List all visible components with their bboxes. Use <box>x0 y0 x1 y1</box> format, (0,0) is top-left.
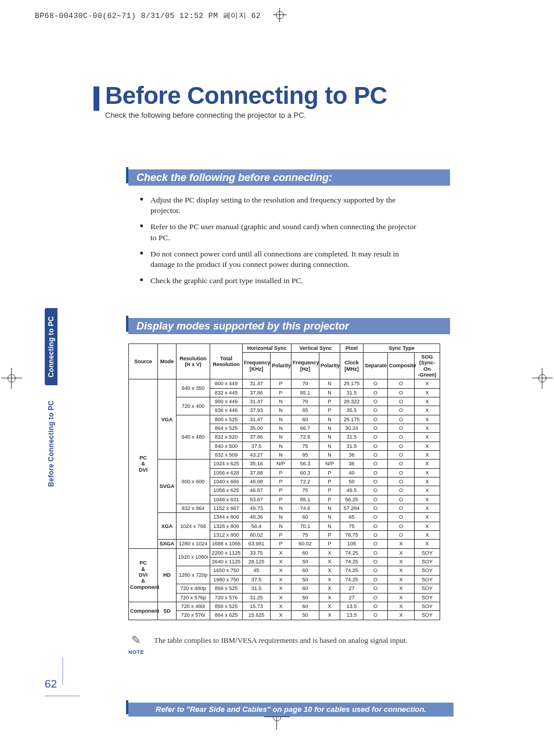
th-h-freq: Frequency [KHz] <box>243 352 271 379</box>
data-cell: O <box>388 460 415 468</box>
data-cell: 28.322 <box>340 397 364 406</box>
data-cell: O <box>364 379 388 388</box>
page-number: 62 <box>45 678 57 690</box>
data-cell: 25.175 <box>340 415 364 424</box>
data-cell: X <box>319 548 340 557</box>
data-cell: P <box>319 468 340 477</box>
th-mode: Mode <box>158 343 177 379</box>
data-cell: O <box>388 451 415 460</box>
data-cell: 27 <box>340 593 364 602</box>
side-tab-page: Before Connecting to PC <box>45 392 57 495</box>
note-label: NOTE <box>128 649 144 655</box>
data-cell: N <box>271 513 292 522</box>
data-cell: O <box>388 406 415 415</box>
data-cell: P <box>319 540 340 548</box>
th-horizontal-sync: Horizontal Sync <box>243 343 292 352</box>
data-cell: 108 <box>340 540 364 548</box>
note-text: The table complies to IBM/VESA requireme… <box>154 634 408 645</box>
list-item: Do not connect power cord until all conn… <box>140 249 420 270</box>
data-cell: SOY <box>415 602 440 610</box>
data-cell: X <box>319 593 340 602</box>
data-cell: 1344 x 806 <box>210 513 243 522</box>
data-cell: N <box>319 388 340 397</box>
data-cell: O <box>364 575 388 584</box>
data-cell: N <box>319 415 340 424</box>
data-cell: N <box>319 504 340 513</box>
data-cell: X <box>319 611 340 620</box>
data-cell: 85.1 <box>292 495 319 504</box>
data-cell: 31.5 <box>340 433 364 442</box>
data-cell: P <box>271 531 292 540</box>
data-cell: X <box>319 584 340 593</box>
data-cell: 13.5 <box>340 602 364 610</box>
data-cell: 74.25 <box>340 548 364 557</box>
registration-mark-right-icon <box>535 371 549 385</box>
mode-cell: SD <box>158 602 177 620</box>
data-cell: 85.1 <box>292 388 319 397</box>
data-cell: 1056 x 628 <box>210 468 243 477</box>
data-cell: 840 x 500 <box>210 442 243 450</box>
data-cell: X <box>271 548 292 557</box>
data-cell: P <box>271 540 292 548</box>
data-cell: P <box>319 406 340 415</box>
data-cell: P <box>271 379 292 388</box>
data-cell: 46.87 <box>243 486 271 495</box>
th-total-resolution: Total Resolution <box>210 343 243 379</box>
resolution-cell: 720 x 480i <box>177 602 210 610</box>
data-cell: X <box>415 504 440 513</box>
data-cell: 1650 x 750 <box>210 566 243 575</box>
data-cell: 31.5 <box>340 388 364 397</box>
data-cell: 1024 x 625 <box>210 460 243 468</box>
th-source: Source <box>129 343 158 379</box>
th-v-freq: Frequency [Hz] <box>292 352 319 379</box>
data-cell: X <box>319 566 340 575</box>
data-cell: N <box>319 433 340 442</box>
data-cell: X <box>415 486 440 495</box>
data-cell: 85 <box>292 451 319 460</box>
display-modes-table: Source Mode Resolution (H x V) Total Res… <box>128 343 440 620</box>
data-cell: 35.5 <box>340 406 364 415</box>
data-cell: 65 <box>340 513 364 522</box>
section-heading-check: Check the following before connecting: <box>128 169 450 186</box>
data-cell: X <box>415 451 440 460</box>
resolution-cell: 720 x 480p <box>177 584 210 593</box>
data-cell: 33.75 <box>243 548 271 557</box>
data-cell: O <box>364 540 388 548</box>
data-cell: 832 x 509 <box>210 451 243 460</box>
data-cell: 15.73 <box>243 602 271 610</box>
th-sog: SOG (Sync-On -Green) <box>415 352 440 379</box>
data-cell: N <box>271 522 292 530</box>
th-vertical-sync: Vertical Sync <box>292 343 340 352</box>
data-cell: O <box>364 468 388 477</box>
data-cell: 60.3 <box>292 468 319 477</box>
data-cell: X <box>415 531 440 540</box>
resolution-cell: 1920 x 1080i <box>177 548 210 566</box>
data-cell: 1312 x 800 <box>210 531 243 540</box>
data-cell: P <box>319 478 340 486</box>
data-cell: X <box>271 566 292 575</box>
list-item: Refer to the PC user manual (graphic and… <box>140 222 420 243</box>
data-cell: N <box>271 406 292 415</box>
data-cell: 70 <box>292 379 319 388</box>
data-cell: O <box>364 415 388 424</box>
data-cell: P <box>271 388 292 397</box>
data-cell: X <box>415 468 440 477</box>
data-cell: 60 <box>292 548 319 557</box>
data-cell: 74.6 <box>292 504 319 513</box>
data-cell: SOY <box>415 548 440 557</box>
mode-cell: VGA <box>158 379 177 460</box>
resolution-cell: 1280 x 1024 <box>177 540 210 548</box>
data-cell: SOY <box>415 558 440 566</box>
data-cell: N <box>271 415 292 424</box>
data-cell: 75 <box>292 442 319 450</box>
data-cell: 2200 x 1125 <box>210 548 243 557</box>
resolution-cell: 1280 x 720p <box>177 566 210 584</box>
data-cell: O <box>388 379 415 388</box>
data-cell: 1040 x 666 <box>210 478 243 486</box>
data-cell: P <box>319 397 340 406</box>
data-cell: O <box>364 486 388 495</box>
data-cell: 50 <box>292 558 319 566</box>
page-title: Before Connecting to PC <box>93 82 490 110</box>
data-cell: 864 x 525 <box>210 424 243 432</box>
data-cell: 31.47 <box>243 397 271 406</box>
